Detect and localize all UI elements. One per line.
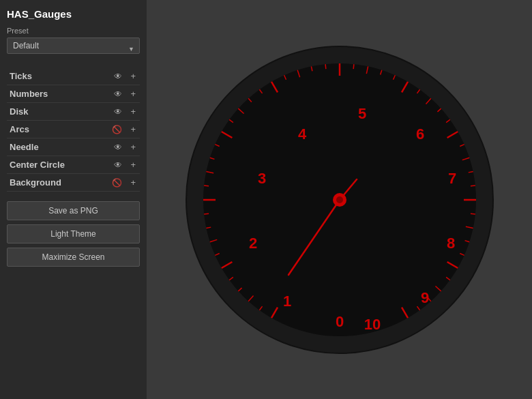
svg-text:9: 9 <box>420 289 428 306</box>
svg-line-13 <box>204 186 209 186</box>
section-row-ticks: Ticks👁+ <box>7 68 140 85</box>
section-name: Arcs <box>10 124 29 134</box>
section-name: Ticks <box>10 71 32 81</box>
gauge-svg: 0 1 2 3 4 5 6 7 8 9 10 <box>183 43 497 357</box>
section-row-arcs: Arcs🚫+ <box>7 121 140 138</box>
add-section-button[interactable]: + <box>129 107 137 116</box>
section-name: Background <box>10 177 61 188</box>
section-row-disk: Disk👁+ <box>7 103 140 121</box>
app-title: HAS_Gauges <box>7 8 140 20</box>
sections-container: Ticks👁+Numbers👁+Disk👁+Arcs🚫+Needle👁+Cent… <box>7 68 140 192</box>
svg-text:10: 10 <box>364 315 380 332</box>
section-row-needle: Needle👁+ <box>7 138 140 156</box>
svg-text:3: 3 <box>257 169 265 186</box>
svg-line-26 <box>325 64 326 69</box>
add-section-button[interactable]: + <box>129 178 137 187</box>
svg-text:2: 2 <box>248 234 256 251</box>
section-actions: 👁+ <box>113 89 137 98</box>
visibility-toggle[interactable]: 👁 <box>113 161 123 169</box>
light-theme-button[interactable]: Light Theme <box>7 224 140 243</box>
svg-line-43 <box>470 213 475 214</box>
maximize-screen-button[interactable]: Maximize Screen <box>7 248 140 267</box>
section-name: Center Circle <box>10 160 65 170</box>
section-actions: 👁+ <box>113 160 137 169</box>
svg-text:1: 1 <box>282 292 291 309</box>
add-section-button[interactable]: + <box>129 160 137 169</box>
preset-wrapper: Default <box>7 38 140 61</box>
add-section-button[interactable]: + <box>129 89 137 98</box>
svg-line-11 <box>204 213 209 214</box>
svg-text:8: 8 <box>446 234 454 251</box>
preset-label: Preset <box>7 27 140 35</box>
section-name: Numbers <box>10 89 48 99</box>
visibility-toggle[interactable]: 🚫 <box>110 179 123 187</box>
section-actions: 🚫+ <box>110 125 137 134</box>
visibility-toggle[interactable]: 👁 <box>113 90 123 98</box>
section-actions: 👁+ <box>113 107 137 116</box>
svg-text:0: 0 <box>335 312 343 329</box>
section-actions: 👁+ <box>113 143 137 151</box>
svg-text:4: 4 <box>297 125 306 142</box>
svg-line-28 <box>353 64 354 69</box>
save-png-button[interactable]: Save as PNG <box>7 201 140 220</box>
gauge-container: 0 1 2 3 4 5 6 7 8 9 10 <box>183 43 497 357</box>
add-section-button[interactable]: + <box>129 125 137 134</box>
section-actions: 🚫+ <box>110 178 137 187</box>
visibility-toggle[interactable]: 👁 <box>113 108 123 116</box>
section-actions: 👁+ <box>113 72 137 80</box>
svg-text:5: 5 <box>357 104 366 121</box>
svg-text:7: 7 <box>447 169 456 186</box>
svg-point-67 <box>336 196 343 203</box>
visibility-toggle[interactable]: 👁 <box>113 143 123 151</box>
visibility-toggle[interactable]: 👁 <box>113 72 123 80</box>
section-name: Needle <box>10 142 39 152</box>
preset-select[interactable]: Default <box>7 38 140 54</box>
section-row-center-circle: Center Circle👁+ <box>7 156 140 174</box>
svg-text:6: 6 <box>415 125 424 142</box>
section-name: Disk <box>10 106 28 117</box>
svg-line-41 <box>470 186 475 186</box>
section-row-numbers: Numbers👁+ <box>7 85 140 103</box>
add-section-button[interactable]: + <box>129 143 137 151</box>
section-row-background: Background🚫+ <box>7 174 140 192</box>
add-section-button[interactable]: + <box>129 72 137 80</box>
visibility-toggle[interactable]: 🚫 <box>110 125 123 134</box>
sidebar: HAS_Gauges Preset Default Ticks👁+Numbers… <box>0 0 147 399</box>
action-buttons: Save as PNG Light Theme Maximize Screen <box>7 201 140 267</box>
main-area: 0 1 2 3 4 5 6 7 8 9 10 <box>147 0 532 399</box>
